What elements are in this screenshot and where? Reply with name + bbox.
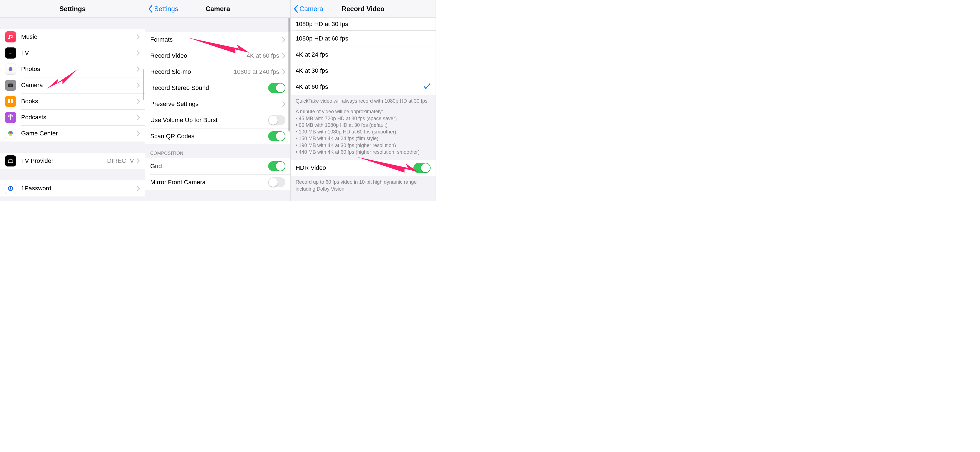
option-4k-24[interactable]: 4K at 24 fps: [291, 47, 436, 63]
row-tv-provider[interactable]: TV Provider DIRECTV: [0, 153, 145, 169]
row-stereo-sound[interactable]: Record Stereo Sound: [145, 80, 290, 96]
row-label: Music: [21, 33, 37, 41]
row-label: Mirror Front Camera: [150, 179, 205, 186]
option-1080p-30[interactable]: 1080p HD at 30 fps: [291, 18, 436, 30]
row-record-video[interactable]: Record Video 4K at 60 fps: [145, 48, 290, 64]
row-label: 1Password: [21, 185, 51, 192]
page-title-record-video: Record Video: [342, 5, 385, 13]
settings-group-apple-apps: Music tv TV Photos: [0, 29, 145, 141]
row-podcasts[interactable]: Podcasts: [0, 109, 145, 125]
svg-point-7: [10, 85, 12, 87]
settings-group-provider: TV Provider DIRECTV: [0, 153, 145, 169]
svg-text:tv: tv: [10, 52, 12, 55]
page-title-camera: Camera: [205, 5, 230, 13]
camera-icon: [5, 79, 16, 91]
row-camera[interactable]: Camera: [0, 77, 145, 93]
row-music[interactable]: Music: [0, 29, 145, 45]
back-label: Settings: [154, 5, 178, 13]
scrollbar[interactable]: [288, 18, 290, 132]
books-icon: [5, 96, 16, 107]
row-label: TV: [21, 49, 29, 57]
row-label: Record Stereo Sound: [150, 84, 209, 92]
chevron-right-icon: [282, 53, 285, 59]
row-label: Preserve Settings: [150, 100, 199, 108]
row-label: 4K at 60 fps: [296, 83, 328, 90]
camera-header: Settings Camera: [145, 0, 290, 18]
chevron-right-icon: [137, 131, 140, 136]
svg-rect-13: [8, 160, 13, 163]
pane-settings: Settings Music tv TV: [0, 0, 145, 201]
composition-section-header: Composition: [145, 144, 290, 158]
pane-camera: Settings Camera Formats Record Video 4K …: [145, 0, 290, 201]
record-video-footer-info: QuickTake video will always record with …: [291, 95, 436, 160]
chevron-right-icon: [282, 69, 285, 75]
row-grid[interactable]: Grid: [145, 158, 290, 174]
row-formats[interactable]: Formats: [145, 32, 290, 48]
row-label: Use Volume Up for Burst: [150, 117, 217, 124]
row-label: 1080p HD at 30 fps: [296, 21, 348, 28]
svg-rect-16: [10, 187, 11, 190]
row-volume-burst[interactable]: Use Volume Up for Burst: [145, 112, 290, 128]
row-qr-codes[interactable]: Scan QR Codes: [145, 128, 290, 144]
hdr-video-footer: Record up to 60 fps video in 10-bit high…: [291, 176, 436, 197]
row-label: 4K at 30 fps: [296, 67, 328, 75]
row-tv[interactable]: tv TV: [0, 45, 145, 61]
row-label: Game Center: [21, 130, 58, 137]
option-1080p-60[interactable]: 1080p HD at 60 fps: [291, 30, 436, 47]
chevron-right-icon: [137, 66, 140, 72]
qr-codes-toggle[interactable]: [268, 131, 285, 141]
music-icon: [5, 31, 16, 43]
grid-toggle[interactable]: [268, 161, 285, 171]
chevron-right-icon: [137, 82, 140, 88]
row-1password[interactable]: 1Password: [0, 180, 145, 197]
chevron-right-icon: [137, 114, 140, 120]
option-4k-30[interactable]: 4K at 30 fps: [291, 63, 436, 79]
volume-burst-toggle[interactable]: [268, 115, 285, 125]
hdr-video-toggle[interactable]: [414, 163, 431, 173]
record-video-header: Camera Record Video: [291, 0, 436, 18]
settings-group-thirdparty: 1Password: [0, 180, 145, 197]
row-mirror-front[interactable]: Mirror Front Camera: [145, 174, 290, 190]
svg-point-12: [9, 131, 12, 134]
mirror-front-toggle[interactable]: [268, 177, 285, 187]
settings-header: Settings: [0, 0, 145, 18]
onepassword-icon: [5, 183, 16, 194]
photos-icon: [5, 63, 16, 75]
row-photos[interactable]: Photos: [0, 61, 145, 77]
back-to-camera-button[interactable]: Camera: [293, 0, 323, 17]
row-label: Books: [21, 98, 38, 105]
chevron-right-icon: [137, 98, 140, 104]
row-hdr-video[interactable]: HDR Video: [291, 160, 436, 176]
scrollbar[interactable]: [143, 69, 144, 100]
checkmark-icon: [423, 83, 431, 91]
row-label: TV Provider: [21, 157, 53, 165]
chevron-right-icon: [282, 37, 285, 43]
row-label: Record Slo-mo: [150, 68, 191, 76]
row-books[interactable]: Books: [0, 93, 145, 109]
row-label: Camera: [21, 82, 43, 89]
row-record-slomo[interactable]: Record Slo-mo 1080p at 240 fps: [145, 64, 290, 80]
tv-icon: tv: [5, 48, 16, 59]
podcasts-icon: [5, 112, 16, 123]
tv-provider-icon: [5, 155, 16, 167]
game-center-icon: [5, 128, 16, 139]
record-video-options-group: 1080p HD at 30 fps 1080p HD at 60 fps 4K…: [291, 18, 436, 95]
row-label: 4K at 24 fps: [296, 51, 328, 58]
svg-point-8: [10, 116, 11, 117]
row-label: Formats: [150, 36, 173, 43]
option-4k-60[interactable]: 4K at 60 fps: [291, 79, 436, 95]
row-label: Podcasts: [21, 114, 46, 121]
row-label: Photos: [21, 65, 40, 73]
row-game-center[interactable]: Game Center: [0, 125, 145, 141]
hdr-video-group: HDR Video: [291, 160, 436, 176]
row-preserve-settings[interactable]: Preserve Settings: [145, 96, 290, 112]
row-label: HDR Video: [296, 164, 326, 171]
row-label: Scan QR Codes: [150, 133, 194, 140]
back-to-settings-button[interactable]: Settings: [148, 0, 178, 17]
camera-group-composition: Grid Mirror Front Camera: [145, 158, 290, 190]
chevron-right-icon: [137, 34, 140, 40]
row-value: DIRECTV: [107, 157, 134, 165]
pane-record-video: Camera Record Video 1080p HD at 30 fps 1…: [291, 0, 436, 201]
chevron-right-icon: [137, 158, 140, 164]
stereo-sound-toggle[interactable]: [268, 83, 285, 93]
